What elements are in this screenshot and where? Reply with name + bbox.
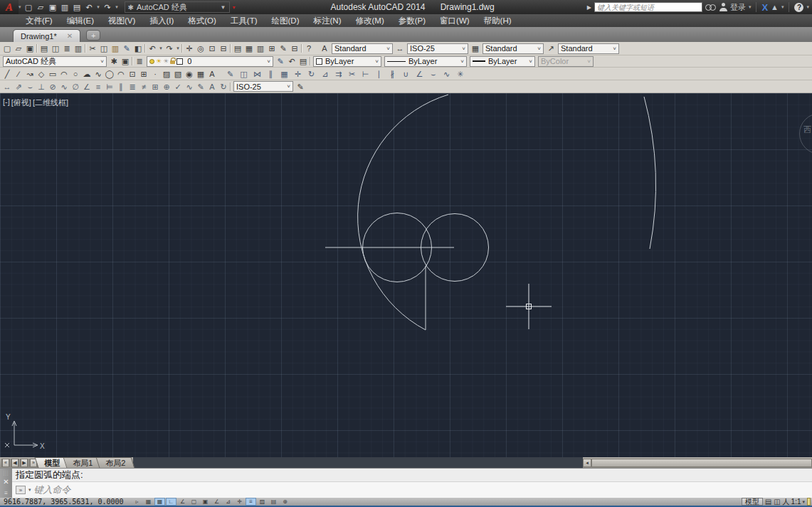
linear-dimension-button[interactable]: ↔ [1, 81, 13, 92]
trim-button[interactable]: ✂ [345, 68, 359, 80]
qat-overflow-button[interactable]: ▾ [230, 4, 238, 11]
chevron-down-icon[interactable]: ▾ [806, 4, 809, 10]
menu-item[interactable]: 修改(M) [348, 14, 391, 27]
designcenter-button[interactable]: ▦ [243, 43, 255, 54]
grid-display-toggle[interactable]: ▦ [154, 498, 165, 506]
copy-button[interactable]: ◫ [98, 43, 110, 54]
new-button[interactable]: ▢ [1, 43, 13, 54]
layer-lock-icon[interactable] [170, 60, 175, 64]
layer-previous-button[interactable]: ↶ [286, 55, 297, 67]
jogged-linear-button[interactable]: ∿ [184, 81, 195, 92]
aligned-dimension-button[interactable]: ⇗ [13, 81, 24, 92]
save-button[interactable]: ▣ [47, 1, 59, 14]
batch-plot-button[interactable]: ▥ [73, 43, 84, 54]
tolerance-button[interactable]: ⊞ [149, 81, 161, 92]
extend-button[interactable]: ⊢ [359, 68, 372, 80]
layer-freeze-icon[interactable]: ☀ [156, 58, 162, 65]
undo-button[interactable]: ↶ [147, 43, 158, 54]
quick-properties-toggle[interactable]: ▤ [268, 498, 279, 506]
rectangle-button[interactable]: ▭ [47, 68, 58, 80]
infer-constraints-toggle[interactable]: ▹ [132, 498, 142, 506]
multileader-style-dropdown[interactable]: Standard˅ [558, 43, 619, 54]
layer-on-icon[interactable] [149, 59, 154, 64]
application-menu-arrow-icon[interactable]: ▾ [19, 4, 21, 10]
chevron-down-icon[interactable]: ▾ [749, 4, 752, 10]
arc-length-dimension-button[interactable]: ⌣ [24, 81, 36, 92]
center-mark-button[interactable]: ⊕ [161, 81, 172, 92]
rotate-button[interactable]: ↻ [305, 68, 318, 80]
erase-button[interactable]: ✎ [223, 68, 237, 80]
object-snap-tracking-toggle[interactable]: ∠ [211, 498, 222, 506]
search-arrow-icon[interactable]: ▶ [587, 4, 591, 11]
model-space-button[interactable]: 模型 [742, 498, 763, 506]
multileader-style-icon[interactable]: ↗ [545, 43, 557, 54]
tool-palettes-button[interactable]: ▥ [255, 43, 266, 54]
coordinate-readout[interactable]: 9616.7887, 3965.5631, 0.0000 [4, 498, 132, 506]
insert-block-button[interactable]: ⊡ [127, 68, 138, 80]
revision-cloud-button[interactable]: ☁ [81, 68, 93, 80]
sheet-set-manager-button[interactable]: ⊞ [266, 43, 278, 54]
annotation-visibility-icon[interactable] [807, 498, 811, 506]
zoom-previous-button[interactable]: ⊟ [218, 43, 229, 54]
dimension-space-button[interactable]: ≣ [127, 81, 138, 92]
table-style-icon[interactable]: ▦ [470, 43, 481, 54]
menu-item[interactable]: 帮助(H) [477, 14, 519, 27]
prev-tab-button[interactable]: ◀ [11, 459, 19, 467]
close-icon[interactable]: ✕ [3, 478, 9, 486]
chevron-down-icon[interactable]: ▾ [28, 487, 31, 493]
workspace-settings-button[interactable]: ✱ [108, 55, 120, 67]
ortho-mode-toggle[interactable]: ∟ [166, 498, 176, 506]
layer-viewport-freeze-icon[interactable]: ☀ [163, 58, 169, 65]
exchange-apps-icon[interactable]: X [761, 2, 768, 13]
autodesk-360-icon[interactable]: ▲ [771, 3, 779, 11]
ellipse-arc-button[interactable]: ◠ [115, 68, 127, 80]
help-icon[interactable]: ? [794, 3, 803, 12]
polar-tracking-toggle[interactable]: ∠ [177, 498, 188, 506]
polygon-button[interactable]: ◇ [36, 68, 47, 80]
inspection-button[interactable]: ✓ [172, 81, 184, 92]
quickcalc-button[interactable]: ⊟ [289, 43, 300, 54]
dimension-text-edit-button[interactable]: A [206, 81, 218, 92]
application-menu-button[interactable]: A [0, 0, 19, 14]
hatch-button[interactable]: ▨ [161, 68, 172, 80]
line-button[interactable]: ╱ [1, 68, 13, 80]
mirror-button[interactable]: ⋈ [251, 68, 264, 80]
redo-button[interactable]: ↷ [164, 43, 175, 54]
dimension-style-dropdown-2[interactable]: ISO-25˅ [233, 81, 293, 92]
layer-dropdown[interactable]: ☀ ☀ 0 ˅ [147, 56, 273, 67]
point-button[interactable]: · [149, 68, 161, 80]
spline-button[interactable]: ∿ [93, 68, 104, 80]
layer-properties-manager-button[interactable]: ≣ [134, 55, 145, 67]
offset-button[interactable]: ∥ [264, 68, 278, 80]
hscroll-thumb[interactable] [591, 459, 812, 467]
save-button[interactable]: ▣ [24, 43, 36, 54]
hscroll-left-button[interactable]: ◂ [583, 459, 591, 467]
explode-button[interactable]: ✳ [453, 68, 467, 80]
angular-dimension-button[interactable]: ∠ [81, 81, 93, 92]
close-icon[interactable]: ✕ [67, 32, 73, 40]
layer-states-manager-button[interactable]: ▤ [297, 55, 309, 67]
arc-button[interactable]: ◠ [58, 68, 70, 80]
menu-item[interactable]: 编辑(E) [60, 14, 101, 27]
ellipse-button[interactable]: ◯ [104, 68, 115, 80]
menu-item[interactable]: 插入(I) [142, 14, 181, 27]
radius-dimension-button[interactable]: ⊘ [47, 81, 58, 92]
chamfer-button[interactable]: ∠ [413, 68, 426, 80]
zoom-realtime-button[interactable]: ◎ [195, 43, 206, 54]
drawn-right-arc[interactable] [644, 97, 655, 249]
zoom-window-button[interactable]: ⊡ [206, 43, 218, 54]
first-tab-button[interactable]: « [1, 459, 10, 467]
redo-dropdown[interactable]: ▾ [175, 43, 181, 54]
new-button[interactable]: ▢ [23, 1, 35, 14]
make-object-layer-current-button[interactable]: ✎ [275, 55, 286, 67]
workspaces-dropdown[interactable]: AutoCAD 经典˅ [3, 56, 107, 67]
object-snap-toggle[interactable]: ▢ [189, 498, 199, 506]
menu-item[interactable]: 参数(P) [391, 14, 433, 27]
construction-line-button[interactable]: ∕ [13, 68, 24, 80]
quick-view-drawings-icon[interactable]: ◫ [774, 498, 780, 506]
baseline-dimension-button[interactable]: ⊨ [104, 81, 115, 92]
circle-button[interactable]: ○ [70, 68, 81, 80]
scale-button[interactable]: ⊿ [318, 68, 332, 80]
break-button[interactable]: ∦ [386, 68, 399, 80]
viewcube-west-label[interactable]: 西 [803, 124, 811, 135]
